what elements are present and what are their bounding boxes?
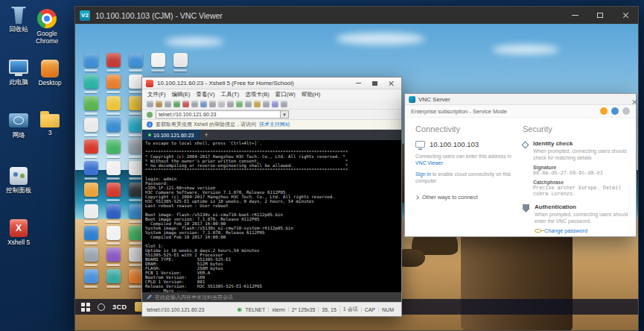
address-input[interactable]: telnet://10.100.121.60:23	[156, 110, 281, 119]
status-cursor-pos: 35, 15	[318, 307, 339, 312]
toolbar-icon[interactable]	[281, 101, 287, 107]
terminal[interactable]: To escape to local shell, press 'Ctrl+Al…	[142, 140, 401, 292]
desktop-icon-folder-3[interactable]: 3	[33, 110, 67, 137]
remote-desktop-icon[interactable]	[103, 204, 123, 223]
toolbar-icon[interactable]	[218, 101, 225, 107]
local-desktop: 回收站 Google Chrome 此电脑 Desktop 网络 3 控制面板 …	[0, 0, 644, 331]
remote-desktop-icon[interactable]	[103, 161, 123, 180]
vnc-server-titlebar[interactable]: VNC Server	[405, 94, 636, 105]
minimize-button[interactable]	[562, 7, 587, 24]
change-password-link[interactable]: Change password	[544, 227, 587, 234]
session-status-icon	[147, 112, 153, 118]
app-icon	[84, 226, 98, 240]
remote-desktop-icon[interactable]	[103, 248, 123, 266]
remote-desktop-icon[interactable]	[81, 204, 101, 223]
other-ways-to-connect[interactable]: Other ways to connect	[415, 194, 514, 201]
vnc-viewer-titlebar[interactable]: V2 10.100.100.103 (CJM) - VNC Viewer	[75, 7, 638, 24]
xshell-minimize-button[interactable]	[350, 78, 366, 89]
remote-desktop-icon[interactable]	[103, 75, 123, 93]
icon-label: Xshell 5	[1, 239, 36, 247]
menu-item[interactable]: 窗口(W)	[272, 91, 299, 98]
remote-desktop-icon[interactable]	[103, 139, 123, 158]
notification-icon[interactable]	[600, 107, 608, 115]
toolbar-icon[interactable]	[191, 101, 198, 107]
toolbar-icon[interactable]	[200, 101, 207, 107]
toolbar-icon[interactable]	[156, 101, 162, 107]
desktop-icon-desktop[interactable]: Desktop	[33, 60, 67, 87]
new-tab-button[interactable]: +	[200, 130, 213, 140]
app-icon	[129, 226, 143, 240]
remote-desktop-icon[interactable]	[81, 161, 101, 180]
identity-check-title: Identity check	[533, 140, 628, 147]
toolbar-icon[interactable]	[173, 101, 180, 107]
icon-label	[84, 69, 98, 72]
toolbar-icon[interactable]	[254, 101, 261, 107]
vnc-server-title: VNC Server	[418, 96, 629, 103]
desktop-icon-control-panel[interactable]: 控制面板	[1, 167, 36, 195]
icon-label	[129, 264, 142, 266]
remote-desktop-icon[interactable]	[81, 75, 101, 93]
toolbar-icon[interactable]	[236, 101, 243, 107]
search-icon[interactable]	[98, 303, 105, 311]
desktop-icon-this-pc[interactable]: 此电脑	[1, 60, 36, 86]
menu-item[interactable]: 帮助(H)	[299, 91, 323, 98]
icon-label	[129, 177, 142, 180]
toolbar-icon[interactable]	[165, 101, 171, 107]
key-icon	[535, 229, 541, 233]
toolbar-icon[interactable]	[209, 101, 216, 107]
help-icon[interactable]	[622, 107, 630, 115]
remote-desktop-icon[interactable]	[81, 96, 101, 115]
remote-desktop-icon[interactable]	[103, 183, 123, 201]
start-button[interactable]	[81, 303, 90, 312]
xshell-titlebar[interactable]: 10.100.121.60:23 - Xshell 5 (Free for Ho…	[142, 78, 401, 89]
icon-label	[129, 69, 142, 72]
taskbar-app-3cd[interactable]: 3CD	[112, 303, 127, 311]
icon-label: 此电脑	[1, 79, 36, 86]
desktop-icon-chrome[interactable]: Google Chrome	[30, 9, 64, 45]
xshell-compose-bar[interactable]: 在此处输入内容并发送到当前会话	[142, 292, 401, 302]
toolbar-icon[interactable]	[147, 101, 153, 107]
toolbar-icon[interactable]	[263, 101, 270, 107]
remote-desktop-icon[interactable]	[170, 53, 190, 72]
toolbar-icon[interactable]	[245, 101, 252, 107]
remote-desktop-icon[interactable]	[103, 226, 123, 245]
icon-label	[173, 69, 187, 72]
user-account-icon[interactable]	[611, 107, 619, 115]
toolbar-icon[interactable]	[227, 101, 234, 107]
menu-item[interactable]: 工具(T)	[218, 91, 243, 98]
vnc-viewer-link[interactable]: VNC Viewer	[415, 160, 443, 166]
remote-desktop-icon[interactable]	[103, 269, 123, 288]
remote-desktop-icon[interactable]	[81, 248, 101, 266]
remote-desktop-icon[interactable]	[103, 53, 123, 72]
desktop-icon-network[interactable]: 网络	[1, 113, 36, 139]
xshell-tab-bar: 10.100.121.60:23 +	[142, 130, 401, 140]
xshell-close-button[interactable]	[383, 78, 399, 89]
notice-link[interactable]: 技术支持网站	[259, 121, 290, 128]
xshell-maximize-button[interactable]	[366, 78, 383, 89]
catchphrase-value: Precise archer Europe. Detail cobra Lore…	[533, 185, 628, 197]
remote-desktop-icon[interactable]	[81, 226, 101, 245]
remote-desktop-icon[interactable]	[103, 118, 123, 136]
close-button[interactable]	[613, 7, 638, 24]
menu-item[interactable]: 文件(F)	[144, 91, 169, 98]
remote-desktop-icon[interactable]	[81, 53, 101, 72]
session-tab[interactable]: 10.100.121.60:23	[142, 130, 200, 140]
remote-desktop-icon[interactable]	[103, 96, 123, 115]
connectivity-section: Connectivity 10.100.100.103 Connecting u…	[415, 124, 514, 201]
menu-item[interactable]: 选项卡(B)	[242, 91, 272, 98]
sign-in-link[interactable]: Sign in	[415, 171, 431, 177]
remote-desktop-icon[interactable]	[81, 269, 101, 288]
desktop-icon-xshell[interactable]: X Xshell 5	[1, 219, 36, 247]
remote-desktop-icon[interactable]	[81, 118, 101, 136]
maximize-button[interactable]	[587, 7, 613, 24]
remote-desktop-icon[interactable]	[81, 139, 101, 158]
toolbar-icon[interactable]	[182, 101, 189, 107]
remote-desktop-icon[interactable]	[81, 183, 101, 201]
menu-item[interactable]: 查看(V)	[194, 91, 218, 98]
remote-desktop-icon[interactable]	[126, 53, 145, 72]
address-dropdown-button[interactable]: ▼	[281, 110, 289, 119]
toolbar-icon[interactable]	[272, 101, 278, 107]
app-icon	[106, 75, 121, 89]
remote-desktop-icon[interactable]	[148, 53, 168, 72]
menu-item[interactable]: 编辑(E)	[169, 91, 194, 98]
